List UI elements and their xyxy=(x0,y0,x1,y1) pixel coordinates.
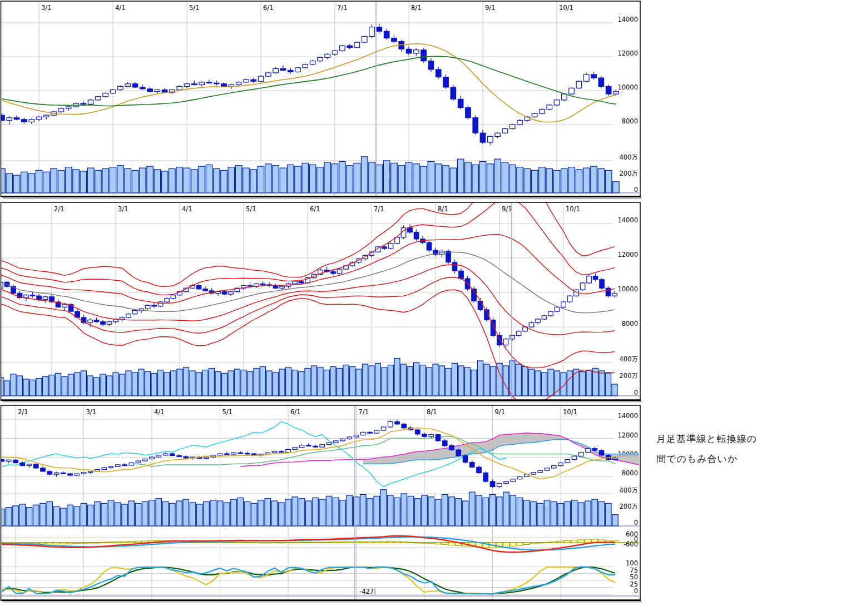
svg-text:10000: 10000 xyxy=(617,285,638,293)
annotation-line1: 月足基準線と転換線の xyxy=(656,429,757,449)
svg-text:400万: 400万 xyxy=(620,486,638,494)
svg-text:6/1: 6/1 xyxy=(290,408,301,416)
svg-text:10000: 10000 xyxy=(617,83,638,91)
svg-text:8000: 8000 xyxy=(622,469,638,477)
svg-text:-427: -427 xyxy=(359,588,374,595)
svg-text:10/1: 10/1 xyxy=(559,4,573,12)
svg-text:8/1: 8/1 xyxy=(438,205,448,213)
svg-text:0: 0 xyxy=(634,389,638,396)
svg-text:14000: 14000 xyxy=(617,216,638,224)
svg-text:200万: 200万 xyxy=(620,503,638,510)
svg-text:2/1: 2/1 xyxy=(18,408,28,416)
svg-text:400万: 400万 xyxy=(620,153,638,161)
svg-text:7/1: 7/1 xyxy=(374,205,384,213)
svg-text:2/1: 2/1 xyxy=(54,205,65,213)
svg-text:4/1: 4/1 xyxy=(154,408,165,416)
svg-text:4/1: 4/1 xyxy=(182,205,192,213)
svg-text:9/1: 9/1 xyxy=(495,408,506,416)
svg-text:8000: 8000 xyxy=(622,117,638,125)
svg-text:10/1: 10/1 xyxy=(566,205,580,213)
svg-text:0: 0 xyxy=(634,519,638,526)
svg-text:12000: 12000 xyxy=(617,431,638,439)
svg-text:8/1: 8/1 xyxy=(411,4,422,12)
svg-text:0: 0 xyxy=(634,186,638,193)
svg-text:5/1: 5/1 xyxy=(246,205,256,213)
panel3-group: 2/13/14/15/16/17/18/19/110/1140001200010… xyxy=(0,406,724,600)
svg-text:6/1: 6/1 xyxy=(310,205,320,213)
svg-text:12000: 12000 xyxy=(617,49,638,57)
svg-text:0: 0 xyxy=(634,587,638,595)
svg-text:8000: 8000 xyxy=(622,320,638,327)
svg-text:200万: 200万 xyxy=(620,372,638,380)
svg-text:3/1: 3/1 xyxy=(118,205,128,213)
svg-text:8/1: 8/1 xyxy=(427,408,437,416)
svg-text:3/1: 3/1 xyxy=(41,4,52,12)
svg-text:9/1: 9/1 xyxy=(485,4,496,12)
svg-text:3/1: 3/1 xyxy=(86,408,97,416)
chart-page: 3/14/15/16/17/18/19/110/1140001200010000… xyxy=(0,0,851,616)
svg-text:7/1: 7/1 xyxy=(337,4,348,12)
svg-text:4/1: 4/1 xyxy=(115,4,126,12)
svg-text:10/1: 10/1 xyxy=(563,408,577,416)
svg-text:-600: -600 xyxy=(624,540,638,548)
svg-text:400万: 400万 xyxy=(620,355,638,363)
svg-text:5/1: 5/1 xyxy=(222,408,233,416)
svg-text:14000: 14000 xyxy=(617,412,638,420)
svg-text:14000: 14000 xyxy=(617,16,638,23)
annotation-note: 月足基準線と転換線の 間でのもみ合いか xyxy=(656,429,757,469)
svg-text:200万: 200万 xyxy=(620,170,638,177)
svg-text:12000: 12000 xyxy=(617,251,638,259)
svg-text:5/1: 5/1 xyxy=(189,4,200,12)
annotation-line2: 間でのもみ合いか xyxy=(656,449,757,469)
svg-text:6/1: 6/1 xyxy=(263,4,274,12)
svg-text:7/1: 7/1 xyxy=(359,408,369,416)
chart-canvas: 3/14/15/16/17/18/19/110/1140001200010000… xyxy=(0,0,851,616)
panel1-group: 3/14/15/16/17/18/19/110/1140001200010000… xyxy=(0,2,639,196)
svg-text:9/1: 9/1 xyxy=(502,205,512,213)
